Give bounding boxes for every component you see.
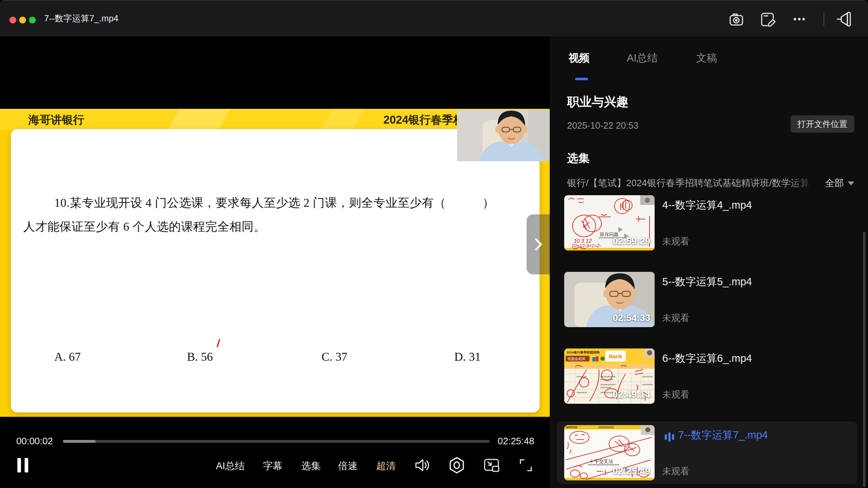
- tab-video[interactable]: 视频: [569, 51, 590, 65]
- quality-button[interactable]: 超清: [376, 459, 396, 473]
- active-tab-underline: [575, 78, 588, 80]
- seek-bar-fill: [63, 440, 95, 443]
- sidebar-scrollbar[interactable]: [863, 232, 865, 487]
- playlist-button[interactable]: 选集: [301, 459, 321, 473]
- episode-duration: 02:49:14: [613, 389, 650, 400]
- episode-status: 未观看: [662, 235, 689, 247]
- red-annotation-mark: [216, 339, 220, 347]
- slide-brand-left: 海哥讲银行: [28, 112, 84, 128]
- current-time: 00:00:02: [16, 436, 53, 447]
- tab-transcript[interactable]: 文稿: [696, 51, 717, 65]
- titlebar-divider: [824, 13, 824, 26]
- video-date: 2025-10-22 20:53: [567, 120, 638, 131]
- ai-summary-button[interactable]: AI总结: [216, 459, 245, 473]
- settings-gear-icon[interactable]: [447, 456, 466, 475]
- option-a: A. 67: [54, 350, 81, 364]
- episode-row-5[interactable]: 02:54:33 5--数字运算5_.mp4 未观看: [557, 268, 857, 331]
- pin-window-icon[interactable]: [836, 10, 854, 28]
- episode-thumbnail: 十字交叉法 02:25:49: [564, 425, 655, 480]
- window-title: 7--数字运算7_.mp4: [44, 0, 118, 37]
- video-player: 海哥讲银行 2024银行春季校 10.某专业现开设 4 门公选课，要求每人至少选…: [0, 37, 550, 488]
- pause-button[interactable]: [17, 458, 30, 472]
- question-line1: 10.某专业现开设 4 门公选课，要求每人至少选 2 门课，则全专业至少有（ ）: [54, 195, 494, 211]
- question-line2: 人才能保证至少有 6 个人选的课程完全相同。: [23, 219, 266, 235]
- seek-bar[interactable]: [63, 440, 490, 443]
- episode-title: 4--数字运算4_.mp4: [662, 198, 752, 213]
- panel-expander-button[interactable]: [527, 214, 550, 274]
- episode-duration: 02:25:49: [613, 466, 650, 477]
- notes-edit-icon[interactable]: [759, 10, 776, 28]
- slide-brand-right: 2024银行春季校: [383, 112, 464, 128]
- picture-in-picture-icon[interactable]: [482, 456, 501, 475]
- app-window: 7--数字运算7_.mp4: [0, 0, 868, 488]
- episode-status: 未观看: [662, 465, 689, 477]
- video-title: 职业与兴趣: [567, 94, 629, 110]
- episode-status: 未观看: [662, 312, 689, 324]
- option-c: C. 37: [322, 350, 348, 364]
- minimize-window-button[interactable]: [19, 17, 26, 23]
- episode-row-7-active[interactable]: 十字交叉法 02:25:49 7--数字运算7_.mp4 未观看: [557, 421, 857, 484]
- open-file-location-button[interactable]: 打开文件位置: [791, 115, 854, 133]
- tab-ai-summary[interactable]: AI总结: [627, 51, 658, 65]
- episode-duration: 02:59:29: [613, 236, 650, 247]
- chevron-right-icon: [529, 236, 547, 253]
- subtitles-button[interactable]: 字幕: [263, 459, 282, 473]
- filter-dropdown[interactable]: 全部: [825, 177, 844, 189]
- volume-icon[interactable]: [413, 456, 431, 475]
- titlebar: 7--数字运算7_.mp4: [0, 0, 868, 37]
- fullscreen-icon[interactable]: [516, 456, 535, 475]
- episode-row-4[interactable]: 容斥问题 10 3 12 10+12-3+1=2- 02:59:29 4--数字…: [557, 192, 857, 254]
- svg-text:10+12-3+1=2-: 10+12-3+1=2-: [571, 243, 601, 248]
- thumb-label-top: 2024银行春季校园招聘: [566, 351, 600, 354]
- episode-duration: 02:54:33: [613, 312, 650, 324]
- traffic-lights: [9, 17, 36, 23]
- now-playing-equalizer-icon: [665, 432, 674, 442]
- episode-thumbnail: 02:54:33: [564, 272, 655, 327]
- episode-thumbnail: 容斥问题 10 3 12 10+12-3+1=2- 02:59:29: [564, 195, 655, 251]
- zoom-window-button[interactable]: [29, 17, 36, 23]
- episode-title: 5--数字运算5_.mp4: [662, 275, 752, 289]
- more-options-icon[interactable]: [791, 10, 808, 28]
- episode-title: 6--数字运算6_.mp4: [662, 351, 752, 366]
- option-d: D. 31: [454, 350, 481, 364]
- total-time: 02:25:48: [498, 436, 534, 447]
- screenshot-camera-icon[interactable]: [728, 10, 745, 28]
- breadcrumb: 银行/【笔试】2024银行春季招聘笔试基础精讲班/数学运算: [567, 177, 817, 189]
- instructor-webcam: [457, 110, 550, 161]
- thumb-label: 十字交叉法: [590, 459, 613, 464]
- episode-row-6[interactable]: 2024银行春季校园招聘 笔面全程班 Bank: [557, 345, 857, 407]
- option-b: B. 56: [187, 350, 213, 364]
- episode-status: 未观看: [662, 389, 689, 401]
- episode-title: 7--数字运算7_.mp4: [678, 428, 768, 442]
- chevron-down-icon[interactable]: [848, 181, 854, 185]
- close-window-button[interactable]: [9, 17, 16, 23]
- episode-thumbnail: 2024银行春季校园招聘 笔面全程班 Bank: [564, 348, 655, 404]
- question-card: 10.某专业现开设 4 门公选课，要求每人至少选 2 门课，则全专业至少有（ ）…: [11, 129, 540, 412]
- thumb-label-chip: 笔面全程班: [567, 357, 586, 361]
- thumb-label-bank: Bank: [609, 353, 622, 359]
- sidebar-panel: 视频 AI总结 文稿 职业与兴趣 2025-10-22 20:53 打开文件位置…: [550, 37, 868, 488]
- playlist-section-title: 选集: [567, 151, 590, 166]
- speed-button[interactable]: 倍速: [338, 459, 358, 473]
